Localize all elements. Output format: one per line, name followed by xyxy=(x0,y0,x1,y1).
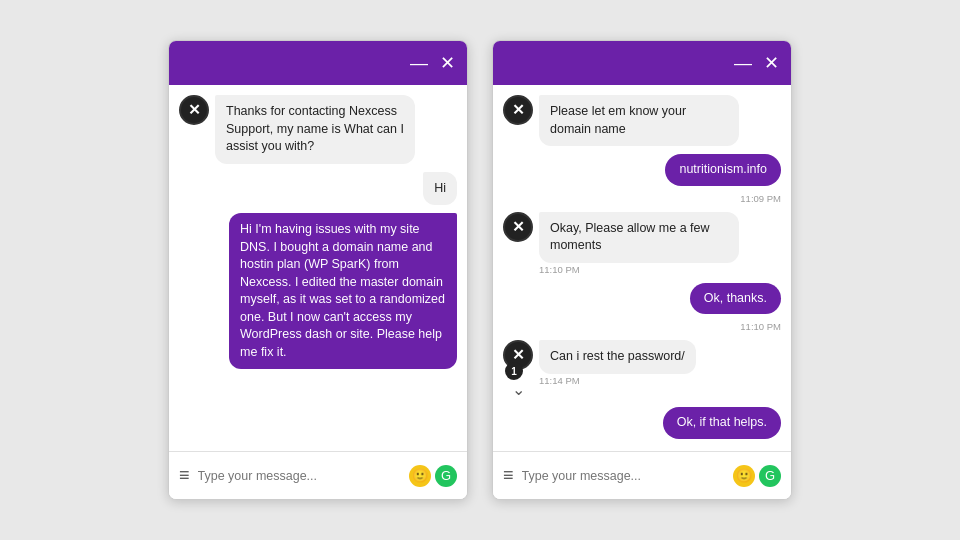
user-bubble: Ok, if that helps. xyxy=(663,407,781,439)
user-bubble: nutritionism.info xyxy=(665,154,781,186)
emoji-icon-label-2: 🙂 xyxy=(736,468,752,483)
emoji-icon[interactable]: 🙂 xyxy=(409,465,431,487)
message-row: ✕ Okay, Please allow me a few moments 11… xyxy=(503,212,739,275)
chat-body-1: ✕ Thanks for contacting Nexcess Support,… xyxy=(169,85,467,451)
send-icon-label: G xyxy=(441,468,451,483)
avatar: ✕ xyxy=(179,95,209,125)
avatar-icon: ✕ xyxy=(188,101,201,119)
emoji-icon-label: 🙂 xyxy=(412,468,428,483)
message-text: Okay, Please allow me a few moments xyxy=(550,221,710,253)
message-text: Ok, thanks. xyxy=(704,291,767,305)
message-text: nutritionism.info xyxy=(679,162,767,176)
chat-footer-2: ≡ 🙂 G xyxy=(493,451,791,499)
chat-header-2: — ✕ xyxy=(493,41,791,85)
agent-bubble: Please let em know your domain name xyxy=(539,95,739,146)
message-block: Okay, Please allow me a few moments 11:1… xyxy=(539,212,739,275)
close-button-1[interactable]: ✕ xyxy=(440,54,455,72)
menu-icon[interactable]: ≡ xyxy=(179,465,190,486)
message-block: Thanks for contacting Nexcess Support, m… xyxy=(215,95,415,164)
message-text: Thanks for contacting Nexcess Support, m… xyxy=(226,104,404,153)
timestamp: 11:10 PM xyxy=(740,321,781,332)
user-bubble: Ok, thanks. xyxy=(690,283,781,315)
chat-footer-1: ≡ 🙂 G xyxy=(169,451,467,499)
agent-bubble: Can i rest the password/ xyxy=(539,340,696,374)
user-bubble-long: Hi I'm having issues with my site DNS. I… xyxy=(229,213,457,369)
message-row: ✕ Please let em know your domain name xyxy=(503,95,739,146)
chevron-down-button[interactable]: ⌄ xyxy=(512,380,525,399)
timestamp: 11:14 PM xyxy=(539,375,696,386)
agent-bubble: Thanks for contacting Nexcess Support, m… xyxy=(215,95,415,164)
chat-window-2: — ✕ ✕ Please let em know your domain nam… xyxy=(492,40,792,500)
avatar: ✕ xyxy=(503,212,533,242)
timestamp: 11:09 PM xyxy=(740,193,781,204)
message-row: Ok, if that helps. xyxy=(663,407,781,439)
minimize-button-2[interactable]: — xyxy=(734,54,752,72)
footer-icons: 🙂 G xyxy=(409,465,457,487)
avatar-wrap: ✕ 1 ⌄ xyxy=(503,340,533,399)
message-row: nutritionism.info 11:09 PM xyxy=(665,154,781,204)
user-bubble-short: Hi xyxy=(423,172,457,206)
notification-badge: 1 xyxy=(505,362,523,380)
message-text: Please let em know your domain name xyxy=(550,104,686,136)
send-icon-label-2: G xyxy=(765,468,775,483)
message-row: ✕ Thanks for contacting Nexcess Support,… xyxy=(179,95,415,164)
timestamp: 11:10 PM xyxy=(539,264,739,275)
chat-window-1: — ✕ ✕ Thanks for contacting Nexcess Supp… xyxy=(168,40,468,500)
message-row: Hi xyxy=(423,172,457,206)
chat-body-2: ✕ Please let em know your domain name nu… xyxy=(493,85,791,451)
message-text: Hi xyxy=(434,181,446,195)
chat-header-1: — ✕ xyxy=(169,41,467,85)
footer-icons-2: 🙂 G xyxy=(733,465,781,487)
message-block: Hi I'm having issues with my site DNS. I… xyxy=(229,213,457,369)
message-text: Hi I'm having issues with my site DNS. I… xyxy=(240,222,445,359)
send-icon-2[interactable]: G xyxy=(759,465,781,487)
message-block: Can i rest the password/ 11:14 PM xyxy=(539,340,696,386)
minimize-button-1[interactable]: — xyxy=(410,54,428,72)
avatar-icon: ✕ xyxy=(512,218,525,236)
message-row: Hi I'm having issues with my site DNS. I… xyxy=(229,213,457,369)
send-icon[interactable]: G xyxy=(435,465,457,487)
message-text: Ok, if that helps. xyxy=(677,415,767,429)
message-block: Please let em know your domain name xyxy=(539,95,739,146)
avatar-icon: ✕ xyxy=(512,101,525,119)
menu-icon-2[interactable]: ≡ xyxy=(503,465,514,486)
agent-bubble: Okay, Please allow me a few moments xyxy=(539,212,739,263)
message-block: Hi xyxy=(423,172,457,206)
message-input[interactable] xyxy=(198,469,401,483)
avatar: ✕ xyxy=(503,95,533,125)
message-text: Can i rest the password/ xyxy=(550,349,685,363)
message-input-2[interactable] xyxy=(522,469,725,483)
emoji-icon-2[interactable]: 🙂 xyxy=(733,465,755,487)
close-button-2[interactable]: ✕ xyxy=(764,54,779,72)
message-row: ✕ 1 ⌄ Can i rest the password/ 11:14 PM xyxy=(503,340,696,399)
message-row: Ok, thanks. 11:10 PM xyxy=(690,283,781,333)
